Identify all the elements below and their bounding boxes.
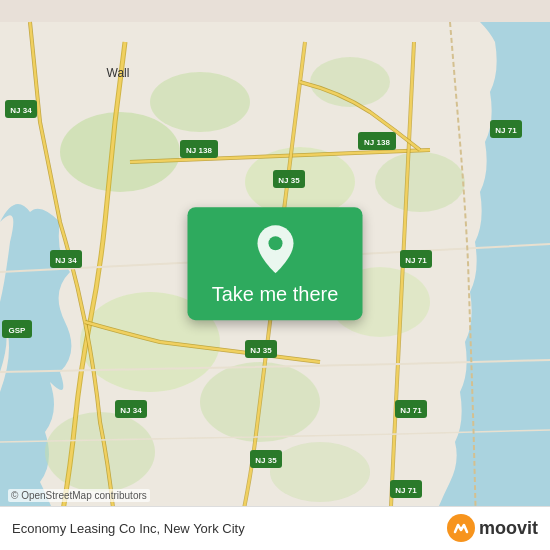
location-pin-icon: [253, 223, 297, 275]
svg-point-38: [268, 236, 282, 250]
svg-text:NJ 35: NJ 35: [250, 346, 272, 355]
svg-text:NJ 71: NJ 71: [405, 256, 427, 265]
moovit-brand-text: moovit: [479, 518, 538, 539]
moovit-logo-icon: [447, 514, 475, 542]
moovit-brand-icon: [452, 519, 470, 537]
svg-text:NJ 71: NJ 71: [395, 486, 417, 495]
svg-point-2: [150, 72, 250, 132]
copyright-text: © OpenStreetMap contributors: [8, 489, 150, 502]
svg-point-10: [270, 442, 370, 502]
svg-text:NJ 35: NJ 35: [255, 456, 277, 465]
svg-point-1: [60, 112, 180, 192]
svg-text:NJ 34: NJ 34: [55, 256, 77, 265]
svg-text:NJ 34: NJ 34: [120, 406, 142, 415]
bottom-bar: Economy Leasing Co Inc, New York City mo…: [0, 506, 550, 550]
svg-text:NJ 138: NJ 138: [364, 138, 390, 147]
svg-text:NJ 34: NJ 34: [10, 106, 32, 115]
svg-text:NJ 35: NJ 35: [278, 176, 300, 185]
take-me-there-card[interactable]: Take me there: [188, 207, 363, 320]
svg-text:NJ 71: NJ 71: [495, 126, 517, 135]
take-me-there-label: Take me there: [212, 283, 339, 306]
svg-text:NJ 138: NJ 138: [186, 146, 212, 155]
svg-text:Wall: Wall: [107, 66, 130, 80]
svg-text:GSP: GSP: [9, 326, 27, 335]
moovit-logo: moovit: [447, 514, 538, 542]
svg-text:NJ 71: NJ 71: [400, 406, 422, 415]
svg-point-5: [375, 152, 465, 212]
map-container: NJ 34 NJ 34 NJ 34 NJ 138 NJ 138 NJ 35 NJ…: [0, 0, 550, 550]
location-name: Economy Leasing Co Inc, New York City: [12, 521, 245, 536]
